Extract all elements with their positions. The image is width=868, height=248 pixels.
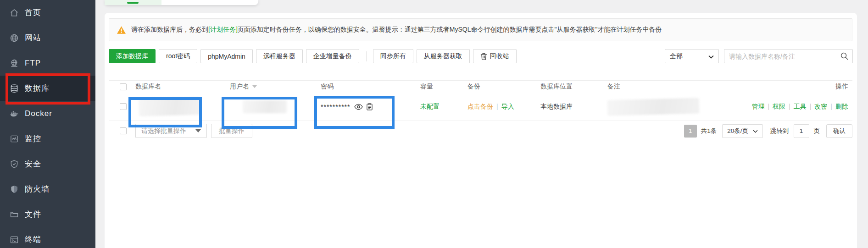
sidebar-item-security[interactable]: 安全 [0,151,95,176]
backup-notice-banner: 请在添加数据库后，务必到[计划任务]页面添加定时备份任务，以确保您的数据安全。温… [109,18,852,41]
separator: | [810,103,812,110]
sidebar: 首页 网站 FTP 数据库 Docker 监控 安全 [0,0,95,248]
sidebar-item-monitor[interactable]: 监控 [0,126,95,151]
header-location: 数据库位置 [540,83,607,91]
sidebar-item-docker[interactable]: Docker [0,101,95,126]
sidebar-item-firewall[interactable]: 防火墙 [0,176,95,202]
database-table: 数据库名 用户名 密码 容量 备份 数据库位置 备注 操作 ********** [109,80,852,121]
notice-text: 请在添加数据库后，务必到 [131,26,208,34]
phpmyadmin-button[interactable]: phpMyAdmin [200,49,253,63]
monitor-icon [9,134,19,144]
sidebar-item-label: Docker [25,109,52,118]
sidebar-item-label: 数据库 [25,83,50,94]
redacted-database-name [139,97,200,116]
sidebar-item-label: 文件 [25,209,41,220]
table-header-row: 数据库名 用户名 密码 容量 备份 数据库位置 备注 操作 [109,80,852,93]
database-icon [9,83,19,94]
sidebar-item-terminal[interactable]: 终端 [0,227,95,248]
sort-caret-icon[interactable] [252,85,257,88]
get-from-server-button[interactable]: 从服务器获取 [417,49,470,63]
separator: | [496,103,498,110]
header-database-name[interactable]: 数据库名 [135,83,230,91]
top-tab-strip [105,0,258,5]
firewall-shield-icon [9,184,19,194]
remote-server-button[interactable]: 远程服务器 [256,49,303,63]
add-database-button[interactable]: 添加数据库 [109,49,156,63]
header-backup: 备份 [467,83,540,91]
batch-apply-button[interactable]: 批量操作 [211,124,252,138]
capacity-value[interactable]: 未配置 [420,103,440,110]
sidebar-item-files[interactable]: 文件 [0,202,95,227]
tools-link[interactable]: 工具 [794,103,807,110]
sidebar-item-label: 终端 [25,234,41,245]
root-password-button[interactable]: root密码 [159,49,197,63]
header-username-label: 用户名 [230,83,249,91]
header-checkbox[interactable] [120,83,127,90]
delete-link[interactable]: 删除 [835,103,848,110]
folder-icon [9,209,19,220]
search-box [724,49,853,63]
click-backup-link[interactable]: 点击备份 [467,103,493,110]
table-row: ********** 未配置 点击备份|导入 本地数据库 管理|权限|工具|改密… [109,93,852,121]
permissions-link[interactable]: 权限 [773,103,785,110]
row-checkbox[interactable] [120,103,127,110]
sidebar-item-ftp[interactable]: FTP [0,50,95,76]
filter-select[interactable]: 全部 [665,49,719,63]
shield-check-icon [9,159,19,169]
masked-password: ********** [321,103,350,110]
terminal-icon [9,235,19,245]
batch-action-select[interactable]: 请选择批量操作 [135,124,207,138]
chevron-down-icon [708,53,714,60]
batch-operations-row: 请选择批量操作 批量操作 1 共1条 20条/页 跳转到 页 确认 [109,124,852,138]
copy-icon[interactable] [367,103,373,110]
docker-icon [9,109,19,119]
caret-down-icon [195,129,201,132]
redacted-note [607,98,700,116]
sidebar-item-label: 网站 [25,33,41,43]
sidebar-item-label: 安全 [25,159,41,169]
page-size-value: 20条/页 [727,127,748,135]
jump-to-label: 跳转到 [770,127,789,135]
page-unit-label: 页 [814,127,820,135]
search-input[interactable] [724,49,853,63]
sidebar-item-label: 监控 [25,133,41,144]
header-note: 备注 [607,83,734,91]
sidebar-item-database[interactable]: 数据库 [0,76,95,101]
globe-icon [9,33,19,43]
notice-text: 页面添加定时备份任务，以确保您的数据安全。温馨提示：通过第三方或者MySQL命令… [238,26,662,34]
import-link[interactable]: 导入 [501,103,514,110]
separator: | [768,103,769,110]
separator: | [830,103,832,110]
confirm-button[interactable]: 确认 [826,124,852,138]
page-size-select[interactable]: 20条/页 [722,124,763,138]
toolbar-divider [366,51,367,61]
batch-checkbox[interactable] [120,127,127,134]
home-icon [9,8,19,18]
toolbar: 添加数据库 root密码 phpMyAdmin 远程服务器 企业增量备份 同步所… [109,49,853,63]
sidebar-item-home[interactable]: 首页 [0,0,95,25]
toolbar-right: 全部 [665,49,853,63]
separator: | [789,103,790,110]
cron-tasks-link[interactable]: [计划任务] [208,26,238,34]
enterprise-backup-button[interactable]: 企业增量备份 [306,49,359,63]
sidebar-item-website[interactable]: 网站 [0,25,95,50]
pagination: 1 共1条 20条/页 跳转到 页 确认 [684,124,852,138]
change-password-link[interactable]: 改密 [814,103,827,110]
current-page[interactable]: 1 [684,125,697,138]
recycle-bin-button[interactable]: 回收站 [473,49,517,63]
header-password: 密码 [321,83,420,91]
sync-all-button[interactable]: 同步所有 [373,49,413,63]
chevron-down-icon [753,127,758,134]
sidebar-item-label: 首页 [25,7,41,18]
header-operations: 操作 [734,83,852,91]
jump-page-input[interactable] [794,124,809,138]
search-icon[interactable] [840,52,848,62]
filter-selected-value: 全部 [670,52,683,61]
manage-link[interactable]: 管理 [751,103,764,110]
sidebar-item-label: FTP [25,59,41,68]
trash-icon [480,53,487,60]
total-count: 共1条 [701,127,717,135]
eye-icon[interactable] [354,104,363,110]
header-username[interactable]: 用户名 [230,83,321,91]
header-capacity: 容量 [420,83,467,91]
